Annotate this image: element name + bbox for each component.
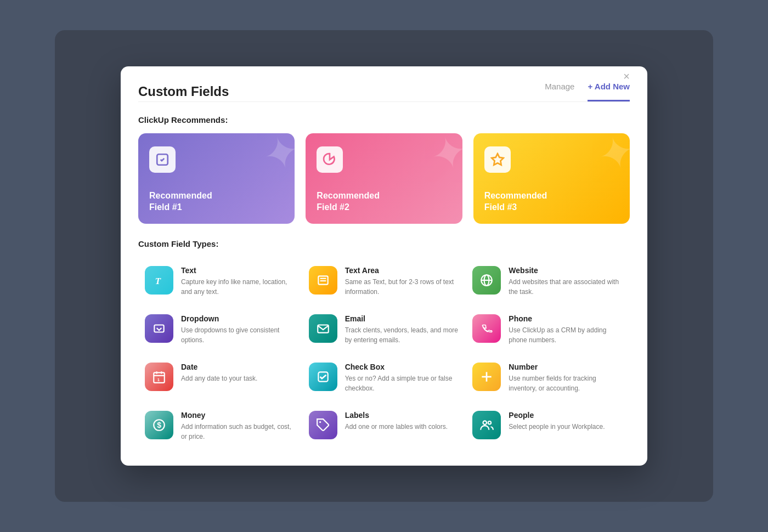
people-field-info: People Select people in your Workplace. [509,411,605,432]
textarea-icon [309,266,337,295]
number-field-name: Number [509,363,623,371]
recommended-cards: ✦ RecommendedField #1 ✦ [138,133,630,224]
labels-icon [309,411,337,439]
email-field-info: Email Track clents, vendors, leads, and … [345,314,460,345]
rec-card-2-icon [323,152,337,167]
rec-card-3-label: RecommendedField #3 [484,190,619,213]
email-icon [309,314,337,343]
screen-background: Custom Fields Manage + Add New × ClickUp… [55,30,713,502]
field-type-money[interactable]: $ Money Add information such as budget, … [138,402,302,450]
rec-card-1-label: RecommendedField #1 [149,190,284,213]
field-type-date[interactable]: 1 Date Add any date to your task. [138,354,302,402]
custom-fields-modal: Custom Fields Manage + Add New × ClickUp… [121,66,647,466]
checkbox-icon [309,363,337,391]
phone-field-name: Phone [509,314,623,323]
rec-card-3-bg-icon: ✦ [592,133,630,183]
money-field-info: Money Add information such as budget, co… [181,411,296,442]
field-type-dropdown[interactable]: Dropdown Use dropdowns to give consisten… [138,305,302,354]
textarea-field-name: Text Area [345,266,460,275]
svg-text:1: 1 [157,377,160,382]
field-type-text[interactable]: T Text Capture key info like name, locat… [138,257,302,305]
textarea-field-desc: Same as Text, but for 2-3 rows of text i… [345,277,460,297]
field-type-email[interactable]: Email Track clents, vendors, leads, and … [302,305,466,354]
modal-header: Custom Fields Manage + Add New × [121,66,647,101]
text-field-desc: Capture key info like name, location, an… [181,277,296,297]
svg-point-23 [488,421,491,424]
modal-body: ClickUp Recommends: ✦ RecommendedField #… [121,102,647,466]
email-field-name: Email [345,314,460,323]
people-icon [472,411,501,439]
field-type-textarea[interactable]: Text Area Same as Text, but for 2-3 rows… [302,257,466,305]
field-types-grid: T Text Capture key info like name, locat… [138,257,630,450]
number-field-desc: Use number fields for tracking inventory… [509,373,623,393]
phone-field-desc: Use ClickUp as a CRM by adding phone num… [509,325,623,345]
date-field-desc: Add any date to your task. [181,373,257,383]
website-field-name: Website [509,266,623,275]
phone-icon [472,314,501,343]
svg-point-22 [483,421,487,425]
website-icon [472,266,501,295]
text-icon: T [145,266,173,295]
website-field-desc: Add websites that are associated with th… [509,277,623,297]
textarea-field-info: Text Area Same as Text, but for 2-3 rows… [345,266,460,297]
svg-text:$: $ [157,421,161,430]
people-field-name: People [509,411,605,420]
rec-card-2-label: RecommendedField #2 [317,190,451,213]
text-field-info: Text Capture key info like name, locatio… [181,266,296,297]
phone-field-info: Phone Use ClickUp as a CRM by adding pho… [509,314,623,345]
labels-field-desc: Add one or more lables with colors. [345,422,448,432]
tab-add-new[interactable]: + Add New [588,82,630,101]
field-type-labels[interactable]: Labels Add one or more lables with color… [302,402,466,450]
field-type-phone[interactable]: Phone Use ClickUp as a CRM by adding pho… [466,305,630,354]
modal-title: Custom Fields [138,84,229,99]
rec-card-2-icon-wrap [317,146,343,173]
rec-card-1-bg-icon: ✦ [257,133,295,183]
field-type-people[interactable]: People Select people in your Workplace. [466,402,630,450]
svg-marker-1 [492,154,504,165]
people-field-desc: Select people in your Workplace. [509,422,605,432]
field-type-checkbox[interactable]: Check Box Yes or no? Add a simple true o… [302,354,466,402]
recommended-card-3[interactable]: ✦ RecommendedField #3 [473,133,630,224]
date-field-name: Date [181,363,257,371]
dropdown-icon [145,314,173,343]
field-type-number[interactable]: Number Use number fields for tracking in… [466,354,630,402]
rec-card-3-icon [490,152,505,167]
date-icon: 1 [145,363,173,391]
money-field-name: Money [181,411,296,420]
rec-card-1-icon-wrap [149,146,176,173]
money-icon: $ [145,411,173,439]
dropdown-field-name: Dropdown [181,314,296,323]
rec-card-1-icon [155,152,170,167]
number-field-info: Number Use number fields for tracking in… [509,363,623,393]
date-field-info: Date Add any date to your task. [181,363,257,383]
close-button[interactable]: × [623,71,630,82]
recommended-card-1[interactable]: ✦ RecommendedField #1 [138,133,295,224]
field-types-section-label: Custom Field Types: [138,239,630,248]
text-field-name: Text [181,266,296,275]
money-field-desc: Add information such as budget, cost, or… [181,422,296,442]
recommended-card-2[interactable]: ✦ RecommendedField #2 [306,133,462,224]
website-field-info: Website Add websites that are associated… [509,266,623,297]
checkbox-field-info: Check Box Yes or no? Add a simple true o… [345,363,460,393]
dropdown-field-desc: Use dropdowns to give consistent options… [181,325,296,345]
dropdown-field-info: Dropdown Use dropdowns to give consisten… [181,314,296,345]
svg-text:T: T [155,276,161,286]
rec-card-3-icon-wrap [484,146,511,173]
email-field-desc: Track clents, vendors, leads, and more b… [345,325,460,345]
checkbox-field-desc: Yes or no? Add a simple true or false ch… [345,373,460,393]
labels-field-name: Labels [345,411,448,420]
modal-tabs: Manage + Add New [545,82,630,101]
rec-card-2-bg-icon: ✦ [425,133,462,183]
labels-field-info: Labels Add one or more lables with color… [345,411,448,432]
number-icon [472,363,501,391]
checkbox-field-name: Check Box [345,363,460,371]
field-type-website[interactable]: Website Add websites that are associated… [466,257,630,305]
recommended-section-label: ClickUp Recommends: [138,115,630,124]
tab-manage[interactable]: Manage [545,82,574,101]
